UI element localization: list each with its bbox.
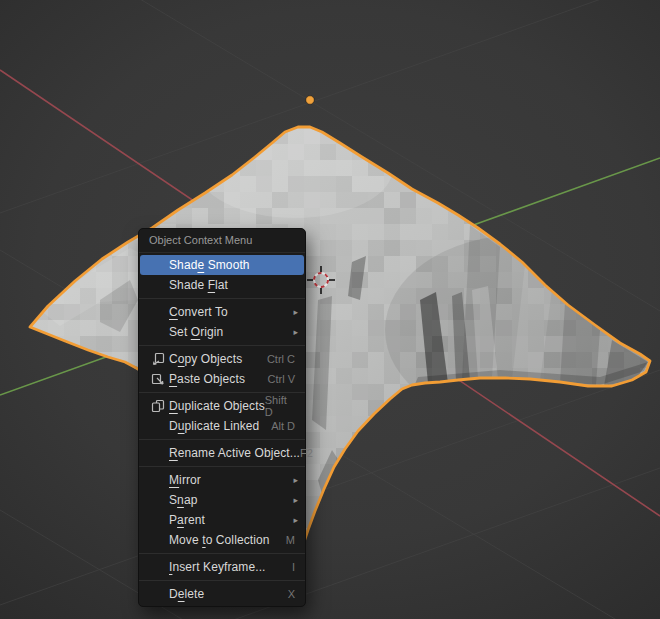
menu-item-label: Shade Flat <box>169 278 228 292</box>
menu-item-rename-active-object[interactable]: Rename Active Object...F2 <box>140 443 304 463</box>
menu-item-snap[interactable]: Snap▸ <box>140 490 304 510</box>
menu-item-label: Convert To <box>169 305 228 319</box>
object-context-menu: Object Context Menu Shade SmoothShade Fl… <box>138 228 306 607</box>
menu-item-duplicate-linked[interactable]: Duplicate LinkedAlt D <box>140 416 304 436</box>
menu-item-label: Shade Smooth <box>169 258 250 272</box>
menu-item-duplicate-objects[interactable]: Duplicate ObjectsShift D <box>140 396 304 416</box>
menu-separator <box>139 466 305 467</box>
origin-dot[interactable] <box>306 96 314 104</box>
menu-item-shade-smooth[interactable]: Shade Smooth <box>140 255 304 275</box>
submenu-arrow-icon: ▸ <box>293 475 298 485</box>
menu-item-shade-flat[interactable]: Shade Flat <box>140 275 304 295</box>
menu-item-delete[interactable]: DeleteX <box>140 584 304 604</box>
menu-separator <box>139 580 305 581</box>
paste-icon <box>147 372 169 386</box>
submenu-arrow-icon: ▸ <box>293 495 298 505</box>
menu-item-shortcut: Ctrl C <box>267 353 295 365</box>
duplicate-icon <box>147 399 169 413</box>
menu-separator <box>139 345 305 346</box>
menu-item-move-to-collection[interactable]: Move to CollectionM <box>140 530 304 550</box>
menu-item-convert-to[interactable]: Convert To▸ <box>140 302 304 322</box>
menu-item-shortcut: Shift D <box>265 394 295 418</box>
submenu-arrow-icon: ▸ <box>293 515 298 525</box>
viewport-canvas[interactable] <box>0 0 660 619</box>
menu-item-label: Parent <box>169 513 205 527</box>
menu-item-shortcut: I <box>292 561 295 573</box>
menu-item-label: Insert Keyframe... <box>169 560 266 574</box>
menu-item-label: Mirror <box>169 473 201 487</box>
menu-item-shortcut: M <box>286 534 295 546</box>
menu-item-paste-objects[interactable]: Paste ObjectsCtrl V <box>140 369 304 389</box>
menu-item-label: Copy Objects <box>169 352 242 366</box>
menu-separator <box>139 392 305 393</box>
menu-item-label: Snap <box>169 493 197 507</box>
submenu-arrow-icon: ▸ <box>293 327 298 337</box>
menu-item-label: Rename Active Object... <box>169 446 300 460</box>
menu-separator <box>139 298 305 299</box>
menu-separator <box>139 439 305 440</box>
menu-item-parent[interactable]: Parent▸ <box>140 510 304 530</box>
menu-item-shortcut: Alt D <box>271 420 295 432</box>
menu-item-mirror[interactable]: Mirror▸ <box>140 470 304 490</box>
menu-item-label: Delete <box>169 587 204 601</box>
blender-3d-viewport[interactable]: Object Context Menu Shade SmoothShade Fl… <box>0 0 660 619</box>
menu-item-shortcut: F2 <box>300 447 313 459</box>
menu-item-insert-keyframe[interactable]: Insert Keyframe...I <box>140 557 304 577</box>
menu-item-label: Set Origin <box>169 325 223 339</box>
menu-title: Object Context Menu <box>139 229 305 253</box>
menu-separator <box>139 553 305 554</box>
menu-item-copy-objects[interactable]: Copy ObjectsCtrl C <box>140 349 304 369</box>
menu-item-shortcut: X <box>288 588 295 600</box>
copy-icon <box>147 352 169 366</box>
menu-item-label: Move to Collection <box>169 533 270 547</box>
submenu-arrow-icon: ▸ <box>293 307 298 317</box>
menu-item-label: Paste Objects <box>169 372 245 386</box>
menu-item-set-origin[interactable]: Set Origin▸ <box>140 322 304 342</box>
menu-item-label: Duplicate Objects <box>169 399 265 413</box>
menu-item-label: Duplicate Linked <box>169 419 259 433</box>
menu-item-shortcut: Ctrl V <box>268 373 296 385</box>
cloth-mesh[interactable] <box>16 112 660 585</box>
